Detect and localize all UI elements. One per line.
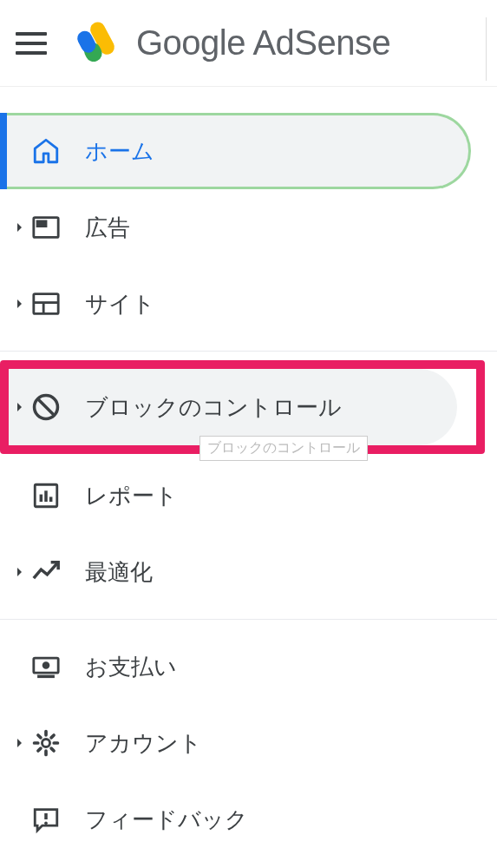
expand-caret-icon[interactable] [16, 222, 24, 233]
nav-blocking[interactable]: ブロックのコントロール [9, 369, 457, 445]
optimize-icon [31, 557, 61, 587]
nav-optimize[interactable]: 最適化 [0, 534, 497, 610]
brand-text: Google AdSense [136, 23, 390, 62]
expand-caret-icon[interactable] [16, 567, 24, 577]
nav-optimize-label: 最適化 [85, 557, 153, 588]
expand-caret-icon[interactable] [16, 402, 24, 412]
header-bar: Google AdSense [0, 0, 497, 87]
sites-icon [31, 289, 61, 319]
ads-icon [31, 213, 61, 242]
nav-feedback-label: フィードバック [85, 805, 248, 835]
svg-point-15 [43, 661, 50, 669]
nav-separator [0, 619, 497, 620]
blocking-highlight-box: ブロックのコントロール ブロックのコントロール [0, 360, 485, 454]
nav-reports[interactable]: レポート [0, 457, 497, 534]
nav-home-label: ホーム [85, 136, 154, 167]
nav-feedback[interactable]: フィードバック [0, 781, 497, 858]
home-icon [31, 136, 61, 166]
side-nav: ホーム 広告 サイト ブロックのコントロール ブロックのコントロール レポート [0, 87, 497, 858]
nav-account-label: アカウント [85, 728, 202, 759]
reports-icon [31, 481, 61, 510]
brand-adsense: AdSense [245, 23, 390, 62]
menu-icon[interactable] [16, 28, 47, 59]
expand-caret-icon[interactable] [16, 299, 24, 309]
adsense-logo-icon [73, 19, 121, 67]
svg-rect-4 [36, 220, 48, 228]
gear-icon [31, 728, 61, 758]
nav-sites-label: サイト [85, 289, 155, 319]
nav-account[interactable]: アカウント [0, 705, 497, 781]
nav-ads-label: 広告 [85, 213, 130, 243]
feedback-icon [31, 805, 61, 834]
nav-payments-label: お支払い [85, 652, 177, 682]
nav-ads[interactable]: 広告 [0, 189, 497, 266]
nav-payments[interactable]: お支払い [0, 628, 497, 705]
nav-home[interactable]: ホーム [0, 113, 471, 189]
svg-line-9 [38, 399, 55, 416]
expand-caret-icon[interactable] [16, 738, 24, 748]
nav-sites[interactable]: サイト [0, 266, 497, 342]
svg-point-19 [44, 821, 48, 825]
block-icon [31, 392, 61, 422]
nav-separator [0, 351, 497, 352]
payments-icon [31, 652, 61, 681]
nav-blocking-label: ブロックのコントロール [85, 392, 342, 423]
nav-reports-label: レポート [85, 481, 178, 511]
svg-point-17 [42, 739, 49, 746]
header-divider [486, 17, 487, 81]
brand-google: Google [136, 23, 245, 62]
